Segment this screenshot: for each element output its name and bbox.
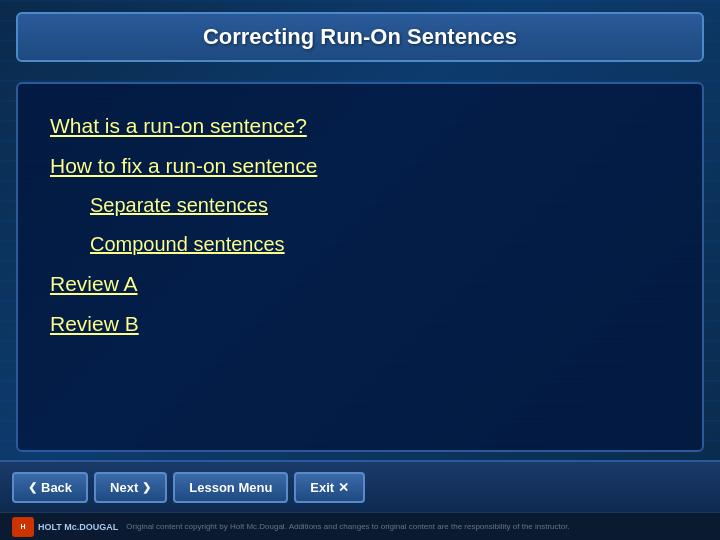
- brand-label: HOLT Mc.DOUGAL: [38, 522, 118, 532]
- content-area: What is a run-on sentence?How to fix a r…: [16, 82, 704, 452]
- bottom-bar: ❮ Back Next ❯ Lesson Menu Exit ✕: [0, 460, 720, 512]
- copyright-text: Original content copyright by Holt Mc.Do…: [126, 522, 569, 531]
- nav-buttons: ❮ Back Next ❯ Lesson Menu Exit ✕: [12, 472, 365, 503]
- footer-bottom: H HOLT Mc.DOUGAL Original content copyri…: [0, 512, 720, 540]
- exit-x-icon: ✕: [338, 480, 349, 495]
- nav-link-compound[interactable]: Compound sentences: [50, 227, 670, 262]
- main-content: Correcting Run-On Sentences What is a ru…: [0, 0, 720, 460]
- next-arrow-icon: ❯: [142, 481, 151, 494]
- lesson-menu-button[interactable]: Lesson Menu: [173, 472, 288, 503]
- next-button[interactable]: Next ❯: [94, 472, 167, 503]
- exit-label: Exit: [310, 480, 334, 495]
- title-bar: Correcting Run-On Sentences: [16, 12, 704, 62]
- back-arrow-icon: ❮: [28, 481, 37, 494]
- holt-logo: H HOLT Mc.DOUGAL: [12, 517, 118, 537]
- back-button[interactable]: ❮ Back: [12, 472, 88, 503]
- app-wrapper: Correcting Run-On Sentences What is a ru…: [0, 0, 720, 540]
- next-label: Next: [110, 480, 138, 495]
- page-title: Correcting Run-On Sentences: [38, 24, 682, 50]
- lesson-menu-label: Lesson Menu: [189, 480, 272, 495]
- nav-link-review-a[interactable]: Review A: [50, 266, 670, 302]
- holt-icon: H: [12, 517, 34, 537]
- exit-button[interactable]: Exit ✕: [294, 472, 365, 503]
- back-label: Back: [41, 480, 72, 495]
- nav-link-what-is[interactable]: What is a run-on sentence?: [50, 108, 670, 144]
- nav-link-review-b[interactable]: Review B: [50, 306, 670, 342]
- nav-link-separate[interactable]: Separate sentences: [50, 188, 670, 223]
- nav-link-how-to-fix[interactable]: How to fix a run-on sentence: [50, 148, 670, 184]
